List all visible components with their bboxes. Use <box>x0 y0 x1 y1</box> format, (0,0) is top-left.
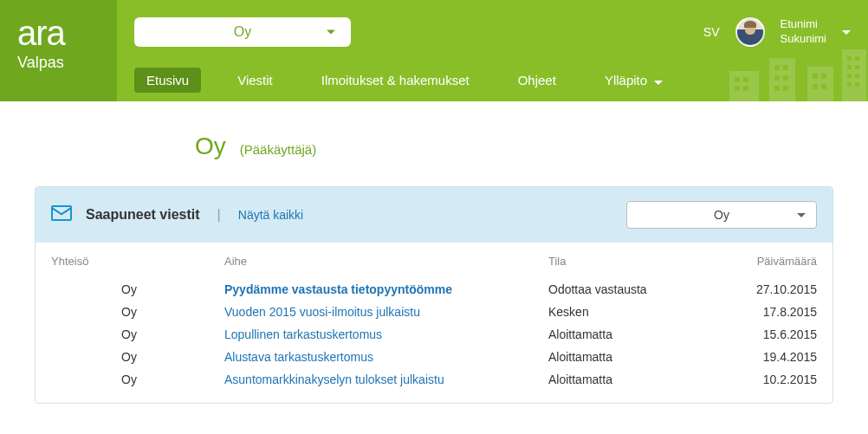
logo-area: ara Valpas <box>0 0 117 101</box>
table-row: OyAsuntomarkkinakyselyn tulokset julkais… <box>42 368 826 391</box>
svg-rect-5 <box>743 77 748 82</box>
cell-date: 15.6.2015 <box>730 327 817 341</box>
inbox-table: Yhteisö Aihe Tila Päivämäärä OyPyydämme … <box>36 248 832 403</box>
content-area: Oy (Pääkäyttäjä) Saapuneet viestit | Näy… <box>0 101 868 421</box>
cell-company: Oy <box>51 372 224 386</box>
nav-ohjeet[interactable]: Ohjeet <box>506 68 568 93</box>
user-firstname: Etunimi <box>781 17 826 32</box>
nav-yllapito[interactable]: Ylläpito <box>593 68 675 93</box>
company-selector[interactable]: Oy <box>134 17 351 47</box>
svg-rect-19 <box>855 56 859 61</box>
table-header-row: Yhteisö Aihe Tila Päivämäärä <box>42 248 826 275</box>
col-header-date: Päivämäärä <box>730 255 817 268</box>
col-header-status: Tila <box>548 255 730 268</box>
divider: | <box>217 207 221 223</box>
logo-sub: Valpas <box>17 54 100 72</box>
svg-rect-10 <box>774 75 780 81</box>
mail-icon <box>51 205 72 224</box>
svg-rect-18 <box>847 56 852 61</box>
cell-company: Oy <box>51 282 224 296</box>
chevron-down-icon[interactable] <box>842 30 851 35</box>
svg-rect-14 <box>813 74 818 79</box>
cell-company: Oy <box>51 350 224 364</box>
cell-subject-link[interactable]: Lopullinen tarkastuskertomus <box>224 327 548 341</box>
nav-etusivu[interactable]: Etusivu <box>134 68 201 93</box>
svg-rect-6 <box>735 86 740 91</box>
svg-rect-16 <box>813 84 818 89</box>
svg-rect-3 <box>842 49 866 101</box>
cell-date: 27.10.2015 <box>730 282 817 296</box>
header-top-row: Oy SV Etunimi Sukunimi <box>134 17 851 47</box>
inbox-title: Saapuneet viestit <box>86 207 200 223</box>
inbox-panel: Saapuneet viestit | Näytä kaikki Oy Yhte… <box>35 186 833 404</box>
chevron-down-icon <box>654 81 663 85</box>
col-header-company: Yhteisö <box>51 255 224 268</box>
page-title: Oy <box>195 133 226 160</box>
cell-company: Oy <box>51 327 224 341</box>
svg-rect-1 <box>769 58 795 101</box>
cell-status: Aloittamatta <box>548 350 730 364</box>
inbox-header: Saapuneet viestit | Näytä kaikki Oy <box>36 187 832 243</box>
svg-rect-8 <box>774 65 780 70</box>
svg-rect-15 <box>821 74 826 79</box>
svg-rect-7 <box>743 86 748 91</box>
cell-date: 10.2.2015 <box>730 372 817 386</box>
svg-rect-12 <box>774 86 780 91</box>
cell-status: Aloittamatta <box>548 372 730 386</box>
show-all-link[interactable]: Näytä kaikki <box>238 208 303 222</box>
cell-subject-link[interactable]: Vuoden 2015 vuosi-ilmoitus julkaistu <box>224 305 548 319</box>
svg-rect-17 <box>821 84 826 89</box>
user-lastname: Sukunimi <box>781 32 826 47</box>
table-row: OyPyydämme vastausta tietopyyntöömmeOdot… <box>42 278 826 301</box>
buildings-decoration <box>721 49 868 101</box>
page-title-row: Oy (Pääkäyttäjä) <box>195 133 851 160</box>
page-role: (Pääkäyttäjä) <box>240 142 316 157</box>
chevron-down-icon <box>797 213 806 217</box>
cell-status: Odottaa vastausta <box>548 282 730 296</box>
cell-status: Aloittamatta <box>548 327 730 341</box>
header-right: Oy SV Etunimi Sukunimi Etusivu Viestit I… <box>117 0 868 101</box>
nav-ilmoitukset[interactable]: Ilmoitukset & hakemukset <box>309 68 482 93</box>
chevron-down-icon <box>327 30 335 35</box>
user-menu[interactable]: Etunimi Sukunimi <box>781 17 826 47</box>
nav-viestit[interactable]: Viestit <box>225 68 285 93</box>
company-selector-value: Oy <box>234 24 251 40</box>
svg-rect-2 <box>807 67 833 101</box>
svg-rect-9 <box>783 65 788 70</box>
table-row: OyLopullinen tarkastuskertomusAloittamat… <box>42 323 826 346</box>
cell-subject-link[interactable]: Asuntomarkkinakyselyn tulokset julkaistu <box>224 372 548 386</box>
cell-subject-link[interactable]: Pyydämme vastausta tietopyyntöömme <box>224 282 548 296</box>
svg-rect-24 <box>847 82 852 87</box>
svg-rect-23 <box>855 74 859 78</box>
app-header: ara Valpas <box>0 0 868 101</box>
svg-rect-20 <box>847 65 852 69</box>
user-area: SV Etunimi Sukunimi <box>703 17 851 47</box>
language-switch[interactable]: SV <box>703 25 720 39</box>
logo-main: ara <box>17 16 100 50</box>
inbox-filter-select[interactable]: Oy <box>626 201 817 229</box>
cell-status: Kesken <box>548 305 730 319</box>
cell-date: 19.4.2015 <box>730 350 817 364</box>
table-row: OyAlustava tarkastuskertomusAloittamatta… <box>42 346 826 368</box>
table-row: OyVuoden 2015 vuosi-ilmoitus julkaistuKe… <box>42 301 826 323</box>
svg-rect-13 <box>783 86 788 91</box>
inbox-filter-value: Oy <box>714 208 729 222</box>
avatar[interactable] <box>735 17 765 47</box>
svg-rect-25 <box>855 82 859 87</box>
svg-rect-21 <box>855 65 859 69</box>
cell-company: Oy <box>51 305 224 319</box>
cell-date: 17.8.2015 <box>730 305 817 319</box>
cell-subject-link[interactable]: Alustava tarkastuskertomus <box>224 350 548 364</box>
svg-rect-4 <box>735 77 740 82</box>
svg-rect-11 <box>783 75 788 81</box>
svg-rect-22 <box>847 74 852 78</box>
col-header-subject: Aihe <box>224 255 548 268</box>
